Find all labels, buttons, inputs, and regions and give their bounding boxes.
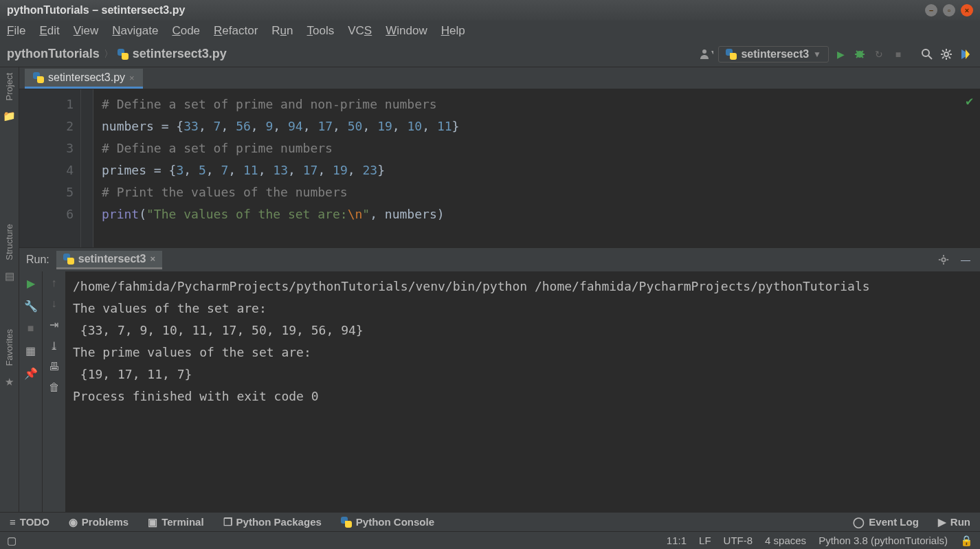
line-separator[interactable]: LF bbox=[699, 535, 711, 546]
soft-wrap-icon[interactable]: ⇥ bbox=[49, 318, 58, 331]
menu-file[interactable]: File bbox=[7, 24, 25, 38]
menu-help[interactable]: Help bbox=[441, 24, 465, 38]
menu-run[interactable]: Run bbox=[271, 24, 293, 38]
run-config-name: setintersect3 bbox=[741, 48, 809, 60]
hide-panel-icon[interactable]: — bbox=[958, 252, 973, 267]
indent-setting[interactable]: 4 spaces bbox=[765, 535, 806, 546]
console-output[interactable]: /home/fahmida/PycharmProjects/pythonTuto… bbox=[66, 271, 980, 512]
scroll-end-icon[interactable]: ⤓ bbox=[49, 339, 58, 352]
minimize-button[interactable]: – bbox=[925, 4, 937, 16]
run-coverage-icon[interactable]: ↻ bbox=[871, 47, 887, 62]
svg-line-5 bbox=[856, 51, 858, 52]
svg-line-8 bbox=[862, 56, 863, 58]
layout-icon[interactable]: ▦ bbox=[25, 344, 36, 357]
down-arrow-icon[interactable]: ↓ bbox=[52, 298, 57, 310]
warning-icon: ◉ bbox=[69, 516, 78, 528]
python-file-icon bbox=[33, 72, 44, 83]
code-area[interactable]: # Define a set of prime and non-prime nu… bbox=[93, 89, 980, 247]
caret-position[interactable]: 11:1 bbox=[667, 535, 687, 546]
svg-point-0 bbox=[702, 49, 706, 54]
play-icon: ▶ bbox=[938, 516, 946, 528]
star-icon[interactable]: ★ bbox=[5, 376, 14, 388]
inspection-ok-icon[interactable]: ✔ bbox=[966, 93, 973, 108]
svg-line-17 bbox=[949, 56, 951, 58]
add-user-icon[interactable]: ▾ bbox=[699, 47, 714, 62]
gutter-margin bbox=[81, 89, 93, 247]
left-tool-strip: Project 📁 Structure ▤ Favorites ★ bbox=[0, 67, 19, 512]
menu-navigate[interactable]: Navigate bbox=[112, 24, 158, 38]
run-tool-actions-1: ▶ 🔧 ■ ▦ 📌 bbox=[19, 271, 43, 512]
ide-icon[interactable] bbox=[958, 47, 973, 62]
run-tool-window: Run: setintersect3 × — ▶ 🔧 ■ ▦ bbox=[19, 247, 980, 512]
bubble-icon: ◯ bbox=[853, 516, 865, 528]
breadcrumb-project[interactable]: pythonTutorials bbox=[7, 47, 100, 61]
svg-point-9 bbox=[922, 49, 929, 56]
event-log-tab[interactable]: ◯Event Log bbox=[853, 516, 919, 528]
menu-window[interactable]: Window bbox=[386, 24, 427, 38]
todo-tab[interactable]: ≡TODO bbox=[10, 516, 49, 528]
close-tab-icon[interactable]: × bbox=[151, 254, 156, 264]
console-tab[interactable]: Python Console bbox=[341, 516, 434, 528]
navigation-bar: pythonTutorials 〉 setintersect3.py ▾ set… bbox=[0, 41, 980, 67]
run-tab-label: setintersect3 bbox=[78, 253, 146, 265]
print-icon[interactable]: 🖶 bbox=[49, 361, 60, 373]
editor-tab-active[interactable]: setintersect3.py × bbox=[25, 69, 143, 89]
lock-icon[interactable]: 🔒 bbox=[960, 535, 973, 547]
run-label: Run: bbox=[26, 254, 49, 266]
window-titlebar: pythonTutorials – setintersect3.py – ▫ × bbox=[0, 0, 980, 21]
python-icon bbox=[63, 254, 74, 265]
python-icon bbox=[341, 517, 352, 528]
search-icon[interactable] bbox=[920, 47, 935, 62]
structure-icon[interactable]: ▤ bbox=[5, 270, 14, 282]
svg-line-19 bbox=[949, 50, 951, 52]
problems-tab[interactable]: ◉Problems bbox=[69, 516, 129, 528]
close-tab-icon[interactable]: × bbox=[129, 73, 135, 83]
close-button[interactable]: × bbox=[961, 4, 973, 16]
maximize-button[interactable]: ▫ bbox=[943, 4, 955, 16]
packages-tab[interactable]: ❒Python Packages bbox=[223, 516, 322, 528]
svg-text:▾: ▾ bbox=[711, 48, 713, 56]
packages-icon: ❒ bbox=[223, 516, 232, 528]
trash-icon[interactable]: 🗑 bbox=[49, 381, 60, 394]
folder-icon[interactable]: 📁 bbox=[3, 110, 16, 122]
svg-marker-21 bbox=[966, 49, 970, 59]
terminal-icon: ▣ bbox=[148, 516, 157, 528]
menu-view[interactable]: View bbox=[74, 24, 99, 38]
debug-icon[interactable] bbox=[852, 47, 867, 62]
run-icon[interactable]: ▶ bbox=[833, 47, 848, 62]
run-configuration-select[interactable]: setintersect3 ▼ bbox=[718, 46, 829, 63]
code-editor[interactable]: 1 2 3 4 5 6 # Define a set of prime and … bbox=[19, 89, 980, 247]
menu-code[interactable]: Code bbox=[172, 24, 200, 38]
chevron-down-icon: ▼ bbox=[813, 49, 821, 59]
svg-line-18 bbox=[942, 56, 944, 58]
project-tool-tab[interactable]: Project bbox=[4, 73, 14, 100]
rerun-icon[interactable]: ▶ bbox=[27, 277, 35, 290]
structure-tool-tab[interactable]: Structure bbox=[4, 224, 14, 260]
menu-vcs[interactable]: VCS bbox=[348, 24, 372, 38]
run-tab-active[interactable]: setintersect3 × bbox=[56, 251, 162, 269]
wrench-icon[interactable]: 🔧 bbox=[24, 300, 38, 313]
menu-refactor[interactable]: Refactor bbox=[214, 24, 258, 38]
stop-icon[interactable]: ■ bbox=[891, 47, 906, 62]
menu-tools[interactable]: Tools bbox=[307, 24, 335, 38]
run-settings-icon[interactable] bbox=[936, 252, 951, 267]
list-icon: ≡ bbox=[10, 516, 16, 528]
breadcrumb-file[interactable]: setintersect3.py bbox=[133, 47, 227, 61]
svg-line-6 bbox=[862, 51, 863, 52]
status-bar: ▢ 11:1 LF UTF-8 4 spaces Python 3.8 (pyt… bbox=[0, 531, 980, 549]
python-file-icon bbox=[118, 49, 129, 60]
pin-icon[interactable]: 📌 bbox=[24, 367, 38, 380]
run-tab-bottom[interactable]: ▶Run bbox=[938, 516, 970, 528]
settings-icon[interactable] bbox=[939, 47, 954, 62]
line-gutter: 1 2 3 4 5 6 bbox=[19, 89, 81, 247]
up-arrow-icon[interactable]: ↑ bbox=[52, 277, 57, 289]
svg-point-22 bbox=[942, 258, 945, 261]
terminal-tab[interactable]: ▣Terminal bbox=[148, 516, 203, 528]
stop-icon[interactable]: ■ bbox=[27, 322, 34, 335]
favorites-tool-tab[interactable]: Favorites bbox=[4, 329, 14, 366]
python-interpreter[interactable]: Python 3.8 (pythonTutorials) bbox=[818, 535, 948, 546]
file-encoding[interactable]: UTF-8 bbox=[724, 535, 753, 546]
menu-edit[interactable]: Edit bbox=[39, 24, 59, 38]
svg-line-7 bbox=[856, 56, 858, 58]
status-overview-icon[interactable]: ▢ bbox=[7, 535, 16, 547]
